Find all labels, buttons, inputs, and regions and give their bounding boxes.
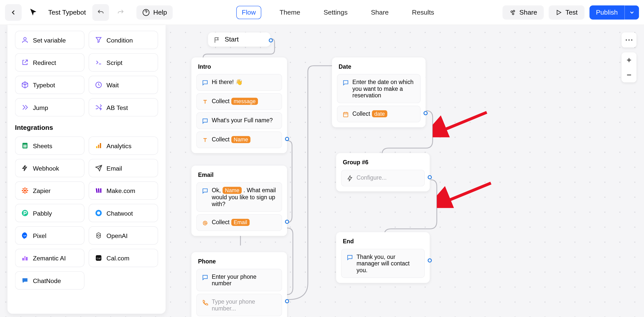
pabbly-icon [21,209,29,217]
text-icon [202,137,208,143]
skip-icon [21,104,29,111]
block-redirect[interactable]: Redirect [15,53,85,72]
chatnode-icon [21,277,29,284]
email-icon [95,164,102,172]
step-collect[interactable]: Collect message [196,93,282,110]
redo-button[interactable] [112,4,129,21]
block-zapier[interactable]: Zapier [15,181,85,200]
test-label: Test [566,9,578,16]
test-button[interactable]: Test [549,5,584,19]
step-collect[interactable]: Collect Email [196,214,282,231]
variable-tag: Name [231,136,251,143]
tab-theme[interactable]: Theme [274,6,305,19]
step-bubble[interactable]: Enter the date on which you want to make… [337,74,420,103]
step-bubble[interactable]: Ok, Name . What email would you like to … [196,182,282,212]
annotation-arrow [437,179,495,208]
step-bubble[interactable]: Hi there! 👋 [196,74,282,91]
group-phone[interactable]: Phone Enter your phone number Type your … [191,252,287,317]
group-email[interactable]: Email Ok, Name . What email would you li… [191,166,287,236]
group-title[interactable]: Date [337,62,420,71]
terminal-icon [95,59,102,66]
undo-button[interactable] [93,4,109,21]
tab-settings[interactable]: Settings [318,6,352,19]
step-configure[interactable]: Configure... [341,170,425,186]
step-placeholder: Type your phone number... [212,298,277,312]
endpoint[interactable] [285,220,289,224]
tab-results[interactable]: Results [407,6,439,19]
zoom-out-button[interactable]: − [627,67,631,83]
svg-rect-5 [343,112,348,117]
svg-point-1 [511,11,513,12]
block-webhook[interactable]: Webhook [15,159,85,177]
help-button[interactable]: Help [137,5,173,19]
group-title[interactable]: Intro [196,62,282,71]
share-button[interactable]: Share [503,5,544,19]
step-bubble[interactable]: What's your Full name? [196,112,282,129]
block-chatwoot[interactable]: Chatwoot [89,204,158,222]
group-date[interactable]: Date Enter the date on which you want to… [332,57,426,127]
publish-dropdown[interactable] [624,5,639,19]
block-ab-test[interactable]: AB Test [89,98,158,116]
block-jump[interactable]: Jump [15,98,85,116]
zoom-in-button[interactable]: + [627,52,631,67]
block-make-com[interactable]: Make.com [89,181,158,200]
block-email[interactable]: Email [89,159,158,177]
endpoint[interactable] [269,38,273,43]
endpoint[interactable] [285,137,289,141]
block-sheets[interactable]: Sheets [15,136,85,155]
chat-icon [202,188,208,194]
back-button[interactable] [5,4,22,21]
endpoint[interactable] [285,299,289,303]
start-label: Start [225,36,239,43]
chat-icon [342,80,349,86]
block-zemantic-ai[interactable]: Zemantic AI [15,249,85,267]
group-six[interactable]: Group #6 Configure... [336,153,430,191]
block-openai[interactable]: OpenAI [89,226,158,245]
svg-rect-21 [26,257,27,261]
tab-share[interactable]: Share [366,6,394,19]
block-wait[interactable]: Wait [89,76,158,94]
blocks-panel[interactable]: Set variableConditionRedirectScriptTypeb… [8,25,166,314]
block-typebot[interactable]: Typebot [15,76,85,94]
cursor-icon [25,4,42,21]
group-title[interactable]: End [341,237,425,246]
svg-point-3 [512,13,514,15]
endpoint[interactable] [428,258,432,263]
step-bubble[interactable]: Thank you, our manager will contact you. [341,249,425,278]
block-set-variable[interactable]: Set variable [15,31,85,49]
group-title[interactable]: Phone [196,257,282,265]
svg-rect-13 [98,145,99,148]
chat-icon [202,118,208,124]
group-intro[interactable]: Intro Hi there! 👋 Collect message What's… [191,57,287,153]
help-label: Help [153,9,167,16]
block-pixel[interactable]: Pixel [15,226,85,245]
zemantic-ai-icon [21,254,29,262]
block-cal-com[interactable]: CalCal.com [89,249,158,267]
group-end[interactable]: End Thank you, our manager will contact … [336,232,430,283]
share-label: Share [519,9,537,16]
at-icon [202,220,208,226]
clock-icon [95,81,102,89]
step-collect[interactable]: Type your phone number... [196,294,282,316]
cal-com-icon: Cal [95,254,102,262]
block-chatnode[interactable]: ChatNode [15,271,85,290]
step-text: Thank you, our manager will contact you. [356,253,419,273]
svg-point-8 [24,37,26,40]
endpoint[interactable] [423,111,428,115]
block-script[interactable]: Script [89,53,158,72]
group-start[interactable]: Start [208,32,270,47]
step-collect[interactable]: Collect Name [196,132,282,148]
step-collect[interactable]: Collect date [337,106,420,122]
step-bubble[interactable]: Enter your phone number [196,269,282,291]
block-pabbly[interactable]: Pabbly [15,204,85,222]
endpoint[interactable] [428,175,432,179]
group-title[interactable]: Group #6 [341,158,425,166]
more-button[interactable]: ⋯ [622,32,637,48]
block-condition[interactable]: Condition [89,31,158,49]
bot-name[interactable]: Test Typebot [48,9,86,16]
tab-flow[interactable]: Flow [236,6,261,19]
block-analytics[interactable]: Analytics [89,136,158,155]
publish-button[interactable]: Publish [589,5,624,19]
svg-rect-14 [100,143,101,148]
group-title[interactable]: Email [196,171,282,179]
